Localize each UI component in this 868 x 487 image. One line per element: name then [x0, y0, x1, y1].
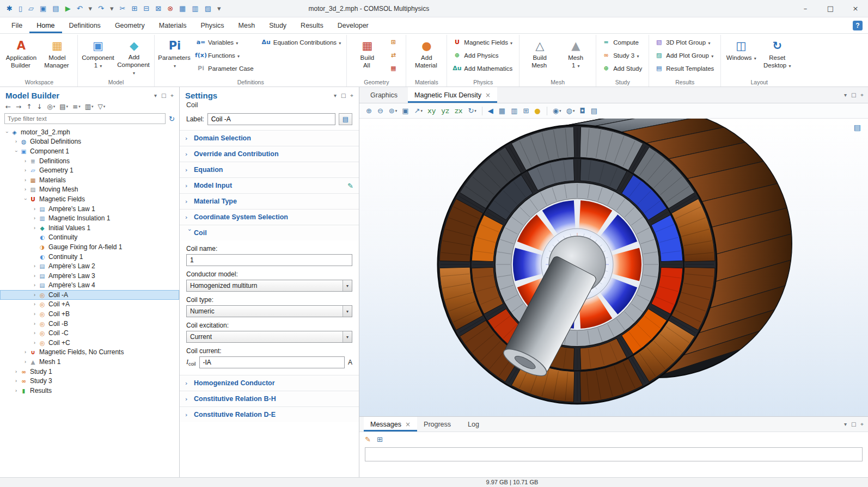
filter-input[interactable] — [4, 113, 166, 124]
lock-icon[interactable]: ● — [532, 106, 543, 116]
parameters-button[interactable]: Pi Parameters ▾ — [157, 36, 192, 77]
comsol-logo[interactable]: ✱ — [7, 4, 13, 13]
undo-caret-icon[interactable]: ▾ — [89, 4, 93, 13]
geometry-delete-button[interactable]: ▦ — [386, 62, 403, 75]
study-3-button[interactable]: ∞ Study 3 ▾ — [599, 49, 646, 61]
tree-item[interactable]: › ◎ Coil +B — [0, 309, 179, 319]
magnetic-fields-select-button[interactable]: U Magnetic Fields ▾ — [450, 36, 516, 48]
collapse-panel-icon[interactable]: ▾ — [334, 93, 337, 99]
filter-options-icon[interactable]: ▽▾ — [98, 103, 106, 110]
tree-expander-icon[interactable]: › — [31, 282, 38, 288]
pin-panel-icon[interactable]: ⌖ — [350, 93, 353, 99]
columns-options-icon[interactable]: ▥▾ — [85, 103, 94, 110]
view-zx-icon[interactable]: zx — [453, 106, 466, 116]
application-builder-button[interactable]: A Application Builder — [4, 36, 39, 78]
conductor-model-select[interactable]: Homogenized multiturn ▾ — [186, 280, 352, 292]
tab-mesh[interactable]: Mesh — [231, 17, 262, 33]
windows-button[interactable]: ◫ Windows ▾ — [724, 36, 759, 78]
tree-item[interactable]: › ▤ Ampère's Law 1 — [0, 204, 179, 214]
zoom-in-icon[interactable]: ⊕ — [364, 106, 375, 116]
tree-expander-icon[interactable]: › — [22, 187, 29, 192]
tree-expander-icon[interactable]: › — [31, 215, 38, 221]
close-button[interactable]: × — [843, 0, 868, 17]
add-plot-group-button[interactable]: ▨ Add Plot Group ▾ — [652, 49, 718, 61]
tree-item[interactable]: › ◑ Gauge Fixing for A-field 1 — [0, 242, 179, 252]
float-panel-icon[interactable]: □ — [161, 93, 166, 99]
view-yz-icon[interactable]: yz — [439, 106, 452, 116]
pin-panel-icon[interactable]: ⌖ — [860, 92, 864, 98]
plot-settings-icon[interactable]: ▤ — [852, 123, 863, 132]
add-physics-button[interactable]: ⊕ Add Physics — [450, 49, 516, 61]
tree-expander-icon[interactable]: › — [31, 292, 38, 298]
tree-expander-icon[interactable]: › — [31, 340, 38, 346]
label-edit-button[interactable]: ▤ — [339, 113, 352, 125]
save-icon[interactable]: ▣ — [40, 4, 46, 13]
tree-expander-icon[interactable]: › — [31, 206, 38, 212]
geometry-update-button[interactable]: ⇄ — [386, 49, 403, 61]
settings-table-icon[interactable]: ▦ — [179, 4, 186, 13]
speaker-icon[interactable]: ◀ — [486, 106, 496, 116]
add-component-button[interactable]: ◆ Add Component ▾ — [117, 36, 151, 78]
section-coordinate-system-selection[interactable]: › Coordinate System Selection — [180, 209, 359, 225]
tree-item[interactable]: › ▤ Ampère's Law 2 — [0, 261, 179, 271]
maximize-button[interactable]: □ — [818, 0, 843, 17]
build-mesh-button[interactable]: △ Build Mesh — [522, 36, 557, 78]
tab-results[interactable]: Results — [294, 17, 331, 33]
tree-expander-icon[interactable]: › — [23, 195, 28, 202]
coil-name-input[interactable] — [186, 254, 352, 266]
tree-item[interactable]: › ◎ Coil +A — [0, 300, 179, 310]
collapse-panel-icon[interactable]: ▾ — [844, 421, 847, 428]
float-panel-icon[interactable]: □ — [851, 92, 856, 98]
tree-item[interactable]: › ◈ motor_3d_2.mph — [0, 127, 179, 137]
zoom-options-icon[interactable]: ⊚▾ — [387, 106, 399, 116]
view-xy-icon[interactable]: xy — [425, 106, 438, 116]
float-panel-icon[interactable]: □ — [341, 93, 346, 99]
go-back-icon[interactable]: ← — [5, 103, 11, 110]
component-1-button[interactable]: ▣ Component 1 ▾ — [81, 36, 115, 78]
close-tab-icon[interactable]: × — [485, 91, 491, 99]
tree-expander-icon[interactable]: › — [31, 311, 38, 317]
tab-magnetic-flux-density[interactable]: Magnetic Flux Density × — [408, 87, 497, 103]
tree-item[interactable]: › ∞ Study 3 — [0, 376, 179, 386]
tree-expander-icon[interactable]: › — [31, 330, 38, 336]
zoom-out-icon[interactable]: ⊖ — [375, 106, 386, 116]
float-panel-icon[interactable]: □ — [851, 421, 856, 428]
3d-plot-group-button[interactable]: ▧ 3D Plot Group ▾ — [652, 36, 718, 48]
section-domain-selection[interactable]: › Domain Selection — [180, 130, 359, 146]
section-model-input[interactable]: › Model Input ✎ — [180, 177, 359, 193]
section-constitutive-relation-de[interactable]: › Constitutive Relation D-E — [180, 406, 359, 422]
tree-expander-icon[interactable]: › — [31, 273, 38, 279]
section-constitutive-relation-bh[interactable]: › Constitutive Relation B-H — [180, 391, 359, 406]
tree-expander-icon[interactable]: › — [31, 263, 38, 269]
tab-log[interactable]: Log — [461, 417, 490, 431]
tree-expander-icon[interactable]: › — [14, 147, 19, 155]
tab-materials[interactable]: Materials — [152, 17, 194, 33]
mesh-1-button[interactable]: ▲ Mesh 1 ▾ — [558, 36, 593, 78]
add-material-button[interactable]: ● Add Material — [409, 36, 444, 78]
tree-expander-icon[interactable]: › — [13, 369, 20, 374]
tree-expander-icon[interactable]: › — [13, 139, 20, 144]
tree-expander-icon[interactable]: › — [22, 177, 29, 183]
tree-expander-icon[interactable]: › — [22, 349, 29, 355]
tree-item[interactable]: › ◐ Continuity — [0, 233, 179, 243]
tree-expander-icon[interactable]: › — [31, 301, 38, 307]
run-icon[interactable]: ▶ — [65, 4, 71, 13]
tree-expander-icon[interactable]: › — [13, 378, 20, 384]
move-down-icon[interactable]: ↓ — [36, 103, 42, 110]
print-icon[interactable]: ▤ — [589, 106, 600, 116]
tree-expander-icon[interactable]: › — [22, 158, 29, 164]
copy-icon[interactable]: ⊞ — [131, 4, 137, 13]
refresh-filter-icon[interactable]: ↻ — [169, 115, 175, 123]
tree-item[interactable]: › ▤ Ampère's Law 3 — [0, 271, 179, 281]
tab-study[interactable]: Study — [262, 17, 294, 33]
geometry-import-button[interactable]: ⊞ — [386, 36, 403, 48]
section-coil[interactable]: › Coil — [180, 225, 359, 241]
build-all-button[interactable]: ▦ Build All — [350, 36, 384, 77]
tab-messages[interactable]: Messages × — [364, 417, 417, 431]
toolbar-options-caret-icon[interactable]: ▾ — [217, 4, 221, 13]
coil-current-input[interactable] — [199, 356, 345, 368]
tab-graphics[interactable]: Graphics — [364, 87, 408, 103]
environment-icon[interactable]: ◍▾ — [564, 106, 577, 116]
pin-panel-icon[interactable]: ⌖ — [860, 421, 864, 428]
pin-panel-icon[interactable]: ⌖ — [170, 93, 174, 99]
